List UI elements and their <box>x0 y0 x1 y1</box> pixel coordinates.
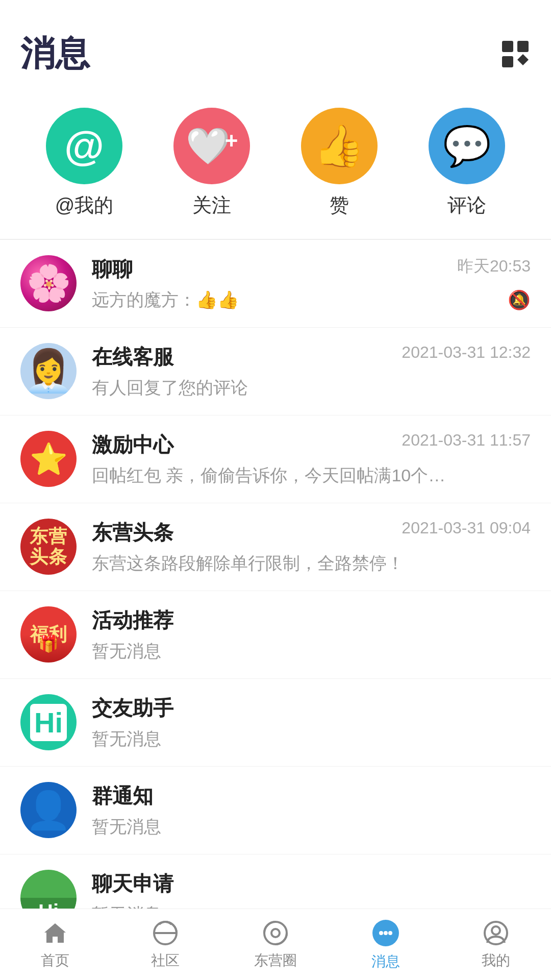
notif-at-me[interactable]: @ @我的 <box>46 108 122 218</box>
message-name-liaoliao: 聊聊 <box>92 255 133 283</box>
at-me-label: @我的 <box>55 192 114 218</box>
message-preview-news: 东营这条路段解除单行限制，全路禁停！ <box>92 552 404 575</box>
header: 消息 <box>0 0 551 92</box>
message-content-cs: 在线客服 2021-03-31 12:32 有人回复了您的评论 <box>92 343 531 400</box>
notif-like[interactable]: 👍 赞 <box>301 108 378 218</box>
message-item-cs[interactable]: 👩‍💼 在线客服 2021-03-31 12:32 有人回复了您的评论 <box>0 328 551 415</box>
message-name-chatreq: 聊天申请 <box>92 870 173 898</box>
message-content-reward: 激励中心 2021-03-31 11:57 回帖红包 亲，偷偷告诉你，今天回帖满… <box>92 431 531 487</box>
message-item-activity[interactable]: 福利 🎁 活动推荐 暂无消息 <box>0 591 551 679</box>
message-item-news[interactable]: 东营 头条 东营头条 2021-03-31 09:04 东营这条路段解除单行限制… <box>0 503 551 591</box>
nav-community[interactable]: 社区 <box>110 919 220 970</box>
message-item-group[interactable]: 👤 群通知 暂无消息 <box>0 767 551 854</box>
avatar-cs: 👩‍💼 <box>20 343 77 399</box>
message-name-news: 东营头条 <box>92 519 173 547</box>
svg-point-11 <box>388 931 392 935</box>
nav-messages-label: 消息 <box>371 952 400 971</box>
message-name-group: 群通知 <box>92 782 153 810</box>
svg-rect-1 <box>517 41 529 52</box>
message-content-friend: 交友助手 暂无消息 <box>92 694 531 751</box>
svg-point-7 <box>271 929 280 937</box>
notif-follow[interactable]: 🤍 + 关注 <box>173 108 250 218</box>
svg-marker-3 <box>517 54 529 65</box>
message-preview-activity: 暂无消息 <box>92 640 161 663</box>
message-list-inner: 🌸 聊聊 昨天20:53 远方的魔方：👍👍 🔕 👩‍💼 在线客服 <box>0 240 551 942</box>
avatar-reward: ⭐ <box>20 431 77 487</box>
avatar-group: 👤 <box>20 782 77 838</box>
message-name-friend: 交友助手 <box>92 694 173 722</box>
message-item-reward[interactable]: ⭐ 激励中心 2021-03-31 11:57 回帖红包 亲，偷偷告诉你，今天回… <box>0 415 551 503</box>
nav-mine-label: 我的 <box>482 951 510 970</box>
nav-mine[interactable]: 我的 <box>441 919 551 970</box>
svg-rect-0 <box>502 41 513 52</box>
message-name-reward: 激励中心 <box>92 431 173 459</box>
message-content-activity: 活动推荐 暂无消息 <box>92 606 531 663</box>
nav-community-label: 社区 <box>151 951 180 970</box>
comment-label: 评论 <box>447 192 486 218</box>
like-label: 赞 <box>330 192 349 218</box>
message-name-cs: 在线客服 <box>92 343 173 371</box>
notification-icons-row: @ @我的 🤍 + 关注 👍 赞 💬 评论 <box>0 92 551 239</box>
community-icon <box>152 919 179 947</box>
message-item-liaoliao[interactable]: 🌸 聊聊 昨天20:53 远方的魔方：👍👍 🔕 <box>0 240 551 328</box>
avatar-liaoliao: 🌸 <box>20 255 77 311</box>
message-time-reward: 2021-03-31 11:57 <box>402 431 531 450</box>
message-time-news: 2021-03-31 09:04 <box>402 519 531 537</box>
header-actions <box>500 39 531 69</box>
message-preview-cs: 有人回复了您的评论 <box>92 376 248 400</box>
page-title: 消息 <box>20 31 90 77</box>
message-time-liaoliao: 昨天20:53 <box>457 255 531 278</box>
nav-home[interactable]: 首页 <box>0 919 110 970</box>
message-item-friend[interactable]: Hi 交友助手 暂无消息 <box>0 679 551 767</box>
message-preview-liaoliao: 远方的魔方：👍👍 <box>92 288 239 312</box>
svg-rect-2 <box>502 56 513 67</box>
at-me-circle: @ <box>46 108 122 184</box>
message-preview-reward: 回帖红包 亲，偷偷告诉你，今天回帖满10个，有机会... <box>92 464 449 487</box>
message-preview-friend: 暂无消息 <box>92 727 161 751</box>
follow-label: 关注 <box>192 192 231 218</box>
avatar-news: 东营 头条 <box>20 519 77 575</box>
dongyingquan-icon <box>262 919 289 947</box>
like-circle: 👍 <box>301 108 378 184</box>
message-content-liaoliao: 聊聊 昨天20:53 远方的魔方：👍👍 🔕 <box>92 255 531 312</box>
home-icon <box>41 919 69 947</box>
message-name-activity: 活动推荐 <box>92 606 173 634</box>
mute-icon-liaoliao: 🔕 <box>508 289 531 311</box>
mine-icon <box>482 919 510 947</box>
follow-circle: 🤍 + <box>173 108 250 184</box>
nav-home-label: 首页 <box>41 951 69 970</box>
bottom-navigation: 首页 社区 东营圈 消息 <box>0 909 551 980</box>
messages-icon <box>371 918 400 948</box>
message-content-news: 东营头条 2021-03-31 09:04 东营这条路段解除单行限制，全路禁停！ <box>92 519 531 575</box>
nav-dongyingquan[interactable]: 东营圈 <box>220 919 331 970</box>
avatar-friend: Hi <box>20 694 77 750</box>
grid-apps-icon[interactable] <box>500 39 531 69</box>
svg-point-10 <box>384 931 388 935</box>
svg-point-9 <box>379 931 383 935</box>
nav-dongyingquan-label: 东营圈 <box>254 951 297 970</box>
svg-point-13 <box>492 926 500 935</box>
notif-comment[interactable]: 💬 评论 <box>429 108 505 218</box>
nav-messages[interactable]: 消息 <box>331 918 441 971</box>
comment-circle: 💬 <box>429 108 505 184</box>
message-preview-group: 暂无消息 <box>92 815 161 839</box>
message-content-group: 群通知 暂无消息 <box>92 782 531 839</box>
avatar-activity: 福利 🎁 <box>20 606 77 663</box>
message-time-cs: 2021-03-31 12:32 <box>402 343 531 362</box>
message-list: 🌸 聊聊 昨天20:53 远方的魔方：👍👍 🔕 👩‍💼 在线客服 <box>0 240 551 980</box>
